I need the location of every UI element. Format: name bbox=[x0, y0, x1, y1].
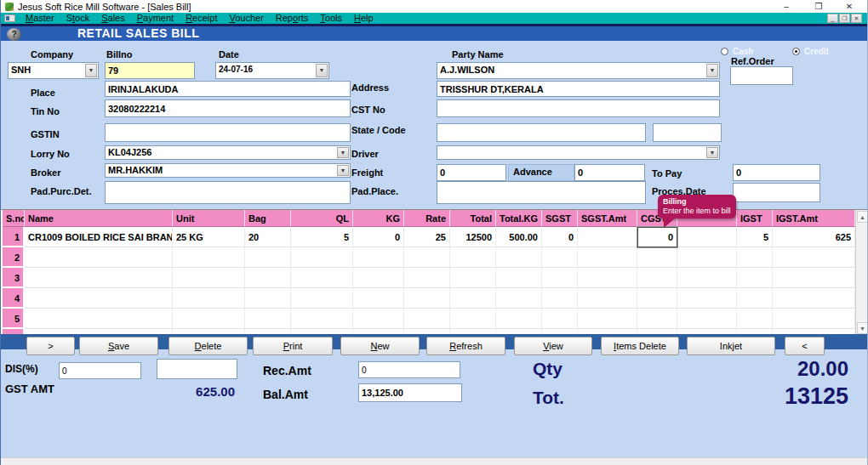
grid-cell[interactable] bbox=[173, 288, 245, 309]
grid-cell[interactable] bbox=[496, 268, 542, 288]
chevron-down-icon[interactable]: ▼ bbox=[316, 64, 328, 77]
grid-cell[interactable] bbox=[637, 247, 677, 268]
grid-cell[interactable] bbox=[578, 247, 637, 268]
menu-reports[interactable]: Reports bbox=[270, 13, 315, 24]
grid-cell[interactable] bbox=[245, 309, 291, 329]
grid-cell[interactable] bbox=[677, 247, 737, 268]
grid-vertical-scrollbar[interactable]: ▲ ▼ bbox=[855, 210, 868, 334]
grid-cell[interactable] bbox=[245, 268, 291, 288]
grid-cell[interactable] bbox=[677, 227, 737, 247]
gstin-input[interactable] bbox=[105, 123, 351, 142]
chevron-down-icon[interactable]: ▼ bbox=[85, 64, 97, 77]
grid-cell[interactable] bbox=[773, 309, 855, 329]
grid-cell[interactable]: 25 KG bbox=[173, 227, 245, 247]
minimize-icon[interactable]: – bbox=[774, 1, 799, 12]
help-icon[interactable]: ? bbox=[7, 28, 21, 41]
items-delete-button[interactable]: Items Delete bbox=[601, 337, 679, 355]
proces-date-input[interactable] bbox=[733, 183, 820, 202]
grid-cell[interactable]: 0 bbox=[542, 227, 578, 247]
grid-cell[interactable] bbox=[542, 247, 578, 268]
company-select[interactable]: SNH ▼ bbox=[8, 62, 99, 79]
grid-cell[interactable] bbox=[737, 247, 773, 268]
date-select[interactable]: 24-07-16 ▼ bbox=[215, 62, 329, 79]
cash-radio[interactable] bbox=[721, 48, 728, 55]
grid-cell[interactable] bbox=[404, 309, 450, 329]
dis-secondary-input[interactable] bbox=[157, 359, 237, 379]
grid-cell[interactable] bbox=[677, 309, 737, 329]
grid-cell[interactable] bbox=[404, 247, 450, 268]
grid-cell[interactable] bbox=[353, 288, 404, 309]
grid-cell[interactable] bbox=[737, 288, 773, 309]
grid-cell[interactable]: 5 bbox=[291, 227, 353, 247]
grid-cell[interactable] bbox=[496, 309, 542, 329]
grid-cell[interactable]: 0 bbox=[637, 227, 677, 247]
grid-cell[interactable]: 500.00 bbox=[496, 227, 542, 247]
ref-order-input[interactable] bbox=[730, 66, 793, 85]
advance-input[interactable] bbox=[574, 164, 645, 181]
menu-help[interactable]: Help bbox=[348, 13, 380, 24]
save-button[interactable]: Save bbox=[79, 337, 158, 355]
grid-cell[interactable] bbox=[773, 288, 855, 309]
grid-cell[interactable] bbox=[25, 309, 173, 329]
mdi-child-icon[interactable] bbox=[4, 14, 15, 22]
bal-amt-input[interactable] bbox=[358, 383, 462, 402]
grid-cell[interactable] bbox=[542, 268, 578, 288]
chevron-down-icon[interactable]: ▼ bbox=[337, 147, 349, 158]
close-icon[interactable]: ✕ bbox=[837, 1, 862, 12]
credit-radio[interactable] bbox=[792, 48, 800, 55]
grid-cell[interactable] bbox=[173, 268, 245, 288]
grid-cell[interactable] bbox=[450, 247, 496, 268]
child-minimize-icon[interactable]: _ bbox=[827, 14, 838, 23]
to-pay-input[interactable] bbox=[733, 164, 820, 181]
broker-select[interactable]: MR.HAKKIM ▼ bbox=[105, 163, 351, 178]
chevron-down-icon[interactable]: ▼ bbox=[706, 147, 718, 158]
grid-cell[interactable] bbox=[353, 309, 404, 329]
cst-no-input[interactable] bbox=[437, 99, 720, 117]
grid-cell[interactable]: 12500 bbox=[450, 227, 496, 247]
grid-cell[interactable] bbox=[25, 288, 173, 309]
delete-button[interactable]: Delete bbox=[168, 337, 248, 355]
grid-cell[interactable] bbox=[637, 309, 677, 329]
grid-cell[interactable] bbox=[353, 268, 404, 288]
state-input[interactable] bbox=[437, 123, 646, 142]
grid-row-number[interactable]: 3 bbox=[3, 268, 25, 288]
grid-cell[interactable] bbox=[245, 288, 291, 309]
new-button[interactable]: New bbox=[340, 337, 420, 355]
grid-cell[interactable] bbox=[245, 247, 291, 268]
inkjet-button[interactable]: Inkjet bbox=[687, 337, 775, 355]
tin-no-input[interactable] bbox=[105, 99, 351, 117]
child-close-icon[interactable]: ✕ bbox=[851, 14, 862, 23]
grid-cell[interactable] bbox=[404, 268, 450, 288]
grid-cell[interactable] bbox=[542, 288, 578, 309]
grid-row-number[interactable]: 2 bbox=[3, 247, 25, 268]
pad-purc-det-input[interactable] bbox=[105, 181, 351, 204]
grid-row-number[interactable]: 1 bbox=[3, 227, 25, 247]
grid-cell[interactable] bbox=[737, 309, 773, 329]
driver-select[interactable]: ▼ bbox=[437, 145, 720, 160]
grid-cell[interactable] bbox=[291, 288, 353, 309]
scroll-up-icon[interactable]: ▲ bbox=[857, 211, 868, 223]
place-input[interactable] bbox=[105, 81, 351, 97]
address-input[interactable] bbox=[437, 81, 720, 97]
prev-button[interactable]: < bbox=[785, 337, 825, 355]
menu-sales[interactable]: Sales bbox=[95, 13, 131, 24]
grid-cell[interactable] bbox=[542, 309, 578, 329]
freight-input[interactable] bbox=[437, 164, 506, 181]
grid-cell[interactable]: CR1009 BOILED RICE SAI BRAND ... bbox=[25, 227, 173, 247]
grid-cell[interactable] bbox=[25, 247, 173, 268]
party-name-select[interactable]: A.J.WILSON ▼ bbox=[437, 62, 720, 79]
grid-cell[interactable]: 625 bbox=[773, 227, 855, 247]
grid-cell[interactable] bbox=[291, 309, 353, 329]
grid-cell[interactable] bbox=[25, 268, 173, 288]
grid-row-number[interactable]: 5 bbox=[3, 309, 25, 329]
grid-cell[interactable] bbox=[578, 268, 637, 288]
menu-payment[interactable]: Payment bbox=[131, 13, 180, 24]
grid-cell[interactable] bbox=[173, 247, 245, 268]
chevron-down-icon[interactable]: ▼ bbox=[706, 64, 718, 77]
menu-tools[interactable]: Tools bbox=[314, 13, 348, 24]
grid-cell[interactable] bbox=[450, 309, 496, 329]
child-restore-icon[interactable]: ❐ bbox=[839, 14, 850, 23]
grid-cell[interactable] bbox=[291, 268, 353, 288]
rec-amt-input[interactable] bbox=[358, 361, 460, 378]
menu-receipt[interactable]: Receipt bbox=[180, 13, 223, 24]
